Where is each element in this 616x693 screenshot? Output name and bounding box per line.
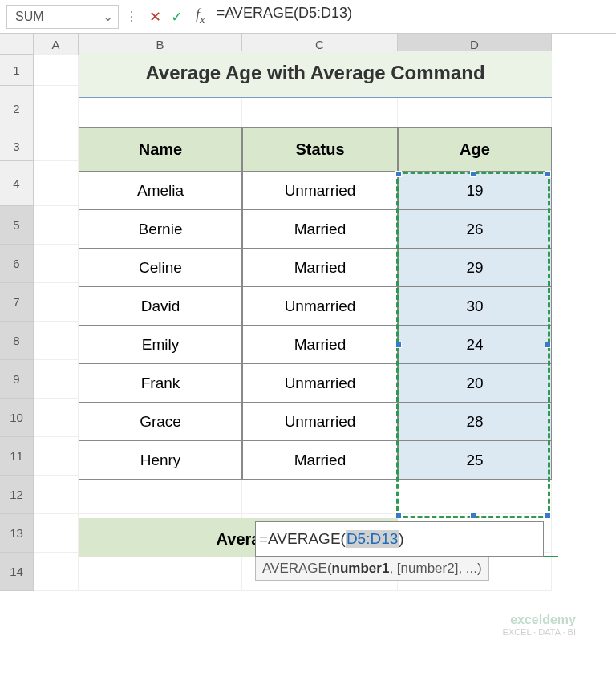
cell[interactable]: Unmarried <box>242 287 398 326</box>
header-name[interactable]: Name <box>79 127 242 172</box>
cell[interactable]: Married <box>242 326 398 364</box>
cell[interactable]: 20 <box>398 364 552 403</box>
editing-prefix: =AVERAGE( <box>259 530 346 548</box>
separator: ⋮ <box>125 9 138 24</box>
editing-range: D5:D13 <box>346 530 399 548</box>
cell[interactable]: Emily <box>79 326 242 364</box>
tooltip-fn: AVERAGE( <box>262 561 332 576</box>
cell[interactable]: Grace <box>79 403 242 441</box>
chevron-down-icon[interactable]: ⌄ <box>103 9 113 24</box>
formula-bar: SUM ⌄ ⋮ ✕ ✓ fx =AVERAGE(D5:D13) <box>0 0 616 34</box>
tooltip-rest: , [number2], ...) <box>389 561 481 576</box>
cell[interactable]: 30 <box>398 287 552 326</box>
row-header-9[interactable]: 9 <box>0 360 34 399</box>
table-row: GraceUnmarried28 <box>79 403 552 441</box>
editing-cell[interactable]: =AVERAGE(D5:D13) <box>255 521 544 557</box>
cell[interactable]: 29 <box>398 249 552 287</box>
name-box[interactable]: SUM ⌄ <box>6 5 119 29</box>
cell[interactable]: 28 <box>398 403 552 441</box>
select-all-corner[interactable] <box>0 34 34 55</box>
row-header-11[interactable]: 11 <box>0 437 34 476</box>
tooltip-arg1: number1 <box>332 561 390 576</box>
cancel-icon[interactable]: ✕ <box>149 8 161 26</box>
cell[interactable]: Married <box>242 249 398 287</box>
cell[interactable]: Unmarried <box>242 403 398 441</box>
row-header-4[interactable]: 4 <box>0 161 34 206</box>
cell[interactable]: Married <box>242 210 398 249</box>
table-row: CelineMarried29 <box>79 249 552 287</box>
row-header-14[interactable]: 14 <box>0 553 34 591</box>
title-text: Average Age with Average Command <box>145 62 484 84</box>
cell[interactable]: Celine <box>79 249 242 287</box>
watermark-text: exceldemy <box>503 613 577 627</box>
function-tooltip: AVERAGE(number1, [number2], ...) <box>255 557 489 581</box>
cell[interactable]: 26 <box>398 210 552 249</box>
editing-suffix: ) <box>399 530 403 548</box>
cell[interactable]: Unmarried <box>242 172 398 210</box>
row-header-10[interactable]: 10 <box>0 399 34 437</box>
page-title: Average Age with Average Command <box>79 51 552 98</box>
col-header-A[interactable]: A <box>34 34 79 55</box>
cell[interactable]: Bernie <box>79 210 242 249</box>
row-header-3[interactable]: 3 <box>0 132 34 161</box>
row-header-7[interactable]: 7 <box>0 283 34 322</box>
row-header-6[interactable]: 6 <box>0 245 34 283</box>
cell[interactable]: 25 <box>398 441 552 480</box>
row-header-13[interactable]: 13 <box>0 514 34 553</box>
row-header-12[interactable]: 12 <box>0 476 34 514</box>
avg-label-text: Avera <box>217 530 261 549</box>
row-header-2[interactable]: 2 <box>0 86 34 132</box>
row-header-1[interactable]: 1 <box>0 55 34 86</box>
cell[interactable]: Frank <box>79 364 242 403</box>
cell[interactable]: Amelia <box>79 172 242 210</box>
header-status[interactable]: Status <box>242 127 398 172</box>
cell[interactable]: Married <box>242 441 398 480</box>
table-row: FrankUnmarried20 <box>79 364 552 403</box>
table-row: HenryMarried25 <box>79 441 552 480</box>
formula-input[interactable]: =AVERAGE(D5:D13) <box>212 5 610 29</box>
table-row: DavidUnmarried30 <box>79 287 552 326</box>
cell[interactable]: Unmarried <box>242 364 398 403</box>
cell[interactable]: 19 <box>398 172 552 210</box>
cell[interactable]: David <box>79 287 242 326</box>
watermark: exceldemy EXCEL · DATA · BI <box>503 613 577 637</box>
table-row: EmilyMarried24 <box>79 326 552 364</box>
watermark-sub: EXCEL · DATA · BI <box>503 627 577 637</box>
table-row: BernieMarried26 <box>79 210 552 249</box>
cell[interactable]: Henry <box>79 441 242 480</box>
row-header-5[interactable]: 5 <box>0 206 34 245</box>
header-age[interactable]: Age <box>398 127 552 172</box>
formula-text: =AVERAGE(D5:D13) <box>217 5 352 21</box>
table-row: AmeliaUnmarried19 <box>79 172 552 210</box>
cell[interactable]: 24 <box>398 326 552 364</box>
name-box-value: SUM <box>15 10 44 24</box>
row-header-8[interactable]: 8 <box>0 322 34 360</box>
data-table: Name Status Age AmeliaUnmarried19 Bernie… <box>79 127 552 480</box>
fx-icon[interactable]: fx <box>196 6 205 26</box>
confirm-icon[interactable]: ✓ <box>171 8 183 26</box>
